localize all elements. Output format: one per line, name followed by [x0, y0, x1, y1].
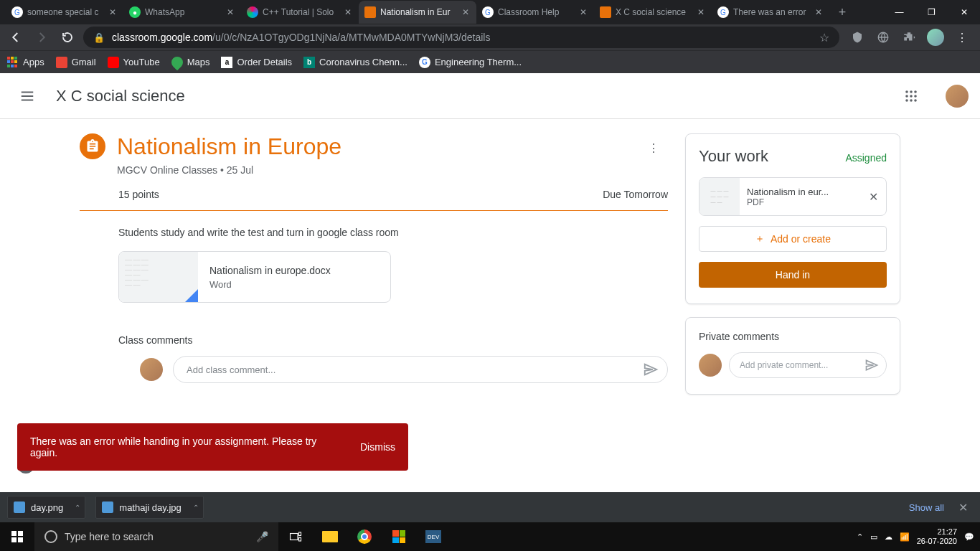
- reload-button[interactable]: [57, 27, 77, 47]
- private-comment-field[interactable]: [740, 360, 864, 370]
- sidebar-column: Your work Assigned — — —— — —— — Nationa…: [685, 133, 900, 395]
- shield-icon[interactable]: [849, 29, 865, 45]
- system-tray[interactable]: ⌃ ▭ ☁ 📶 21:2726-07-2020 💬: [857, 527, 980, 546]
- chrome-icon[interactable]: [347, 522, 382, 551]
- profile-avatar[interactable]: [927, 29, 944, 46]
- gmail-bookmark[interactable]: Gmail: [56, 57, 96, 68]
- class-name[interactable]: X C social science: [56, 87, 185, 105]
- attachment-name: Nationalism in eur...: [747, 187, 853, 197]
- cloud-icon[interactable]: ☁: [885, 532, 892, 542]
- svg-rect-12: [11, 537, 17, 542]
- show-all-downloads[interactable]: Show all: [909, 502, 944, 513]
- error-toast: There was an error while handing in your…: [17, 423, 408, 471]
- close-window-button[interactable]: ✕: [948, 0, 980, 24]
- dev-icon[interactable]: DEV: [416, 522, 451, 551]
- favicon: [600, 6, 611, 18]
- tab-strip: Gsomeone special c✕ ●WhatsApp✕ C++ Tutor…: [0, 0, 980, 24]
- chevron-up-icon[interactable]: ⌃: [193, 504, 199, 512]
- eng-bookmark[interactable]: GEngineering Therm...: [419, 57, 522, 68]
- address-bar[interactable]: 🔒 classroom.google.com/u/0/c/NzA1OTgyODg…: [83, 27, 839, 48]
- close-icon[interactable]: ✕: [343, 7, 353, 17]
- work-attachment[interactable]: — — —— — —— — Nationalism in eur... PDF …: [699, 177, 887, 216]
- favicon: G: [11, 6, 23, 18]
- youtube-bookmark[interactable]: YouTube: [108, 57, 160, 68]
- more-options-button[interactable]: ⋮: [639, 133, 668, 162]
- tab-2[interactable]: C++ Tutorial | Solo✕: [241, 1, 359, 24]
- notifications-icon[interactable]: 💬: [964, 532, 974, 542]
- tab-5[interactable]: X C social science✕: [594, 1, 712, 24]
- wifi-icon[interactable]: 📶: [900, 532, 910, 542]
- star-icon[interactable]: ☆: [819, 31, 829, 44]
- svg-point-1: [905, 90, 908, 93]
- download-item-0[interactable]: day.png⌃: [7, 496, 85, 519]
- maximize-button[interactable]: ❐: [915, 0, 948, 24]
- tab-3[interactable]: Nationalism in Eur✕: [359, 1, 476, 24]
- apps-bookmark[interactable]: Apps: [7, 57, 44, 68]
- tab-6[interactable]: GThere was an error✕: [712, 1, 829, 24]
- lock-icon: 🔒: [93, 32, 105, 43]
- corona-bookmark[interactable]: bCoronavirus Chenn...: [303, 57, 407, 68]
- due-label: Due Tomorrow: [603, 189, 668, 200]
- explorer-icon[interactable]: [313, 522, 347, 551]
- order-bookmark[interactable]: aOrder Details: [221, 57, 292, 68]
- tab-1[interactable]: ●WhatsApp✕: [123, 1, 241, 24]
- close-shelf-button[interactable]: ✕: [953, 501, 973, 514]
- cortana-icon: [44, 530, 57, 543]
- tab-4[interactable]: GClassroom Help✕: [476, 1, 594, 24]
- menu-icon[interactable]: ⋮: [954, 29, 970, 45]
- hand-in-button[interactable]: Hand in: [699, 262, 887, 288]
- clock[interactable]: 21:2726-07-2020: [917, 527, 957, 546]
- close-icon[interactable]: ✕: [225, 7, 235, 17]
- svg-rect-15: [299, 532, 301, 536]
- plus-icon: ＋: [755, 232, 765, 245]
- class-comment-input[interactable]: [173, 356, 668, 383]
- task-view-button[interactable]: [278, 522, 313, 551]
- comment-field[interactable]: [187, 364, 643, 375]
- svg-point-2: [910, 90, 913, 93]
- dismiss-button[interactable]: Dismiss: [360, 441, 395, 453]
- close-icon[interactable]: ✕: [108, 7, 118, 17]
- attachment-thumbnail: — — —— — —— —: [699, 178, 740, 215]
- menu-button[interactable]: [11, 80, 43, 112]
- account-avatar[interactable]: [946, 85, 969, 108]
- back-button[interactable]: [6, 27, 26, 47]
- close-icon[interactable]: ✕: [461, 7, 471, 17]
- private-comment-input[interactable]: [729, 352, 887, 378]
- extensions-icon[interactable]: [901, 29, 917, 45]
- svg-rect-14: [291, 534, 298, 540]
- favicon: G: [717, 6, 729, 18]
- toast-message: There was an error while handing in your…: [30, 435, 360, 458]
- svg-point-5: [910, 95, 913, 98]
- chevron-up-icon[interactable]: ⌃: [75, 504, 80, 512]
- svg-point-9: [914, 99, 917, 102]
- store-icon[interactable]: [382, 522, 416, 551]
- minimize-button[interactable]: ―: [883, 0, 915, 24]
- tab-0[interactable]: Gsomeone special c✕: [6, 1, 123, 24]
- new-tab-button[interactable]: +: [832, 2, 852, 22]
- chevron-up-icon[interactable]: ⌃: [857, 532, 863, 542]
- assignment-header: Nationalism in Europe MGCV Online Classe…: [80, 133, 668, 176]
- material-attachment[interactable]: —— —— ———— —— ———— —— ———— ———— —— ———— …: [118, 251, 391, 303]
- svg-rect-11: [18, 531, 23, 536]
- remove-attachment-button[interactable]: ✕: [860, 190, 886, 204]
- forward-button[interactable]: [32, 27, 52, 47]
- svg-point-8: [910, 99, 913, 102]
- battery-icon[interactable]: ▭: [870, 532, 877, 542]
- send-icon[interactable]: [864, 358, 879, 372]
- download-item-1[interactable]: mathaji day.jpg⌃: [95, 496, 203, 519]
- start-button[interactable]: [0, 522, 34, 551]
- add-or-create-button[interactable]: ＋Add or create: [699, 226, 887, 252]
- google-apps-button[interactable]: [897, 82, 925, 110]
- download-shelf: day.png⌃ mathaji day.jpg⌃ Show all ✕: [0, 492, 980, 522]
- maps-bookmark[interactable]: Maps: [171, 57, 210, 68]
- mic-icon[interactable]: 🎤: [256, 531, 268, 542]
- close-icon[interactable]: ✕: [578, 7, 588, 17]
- close-icon[interactable]: ✕: [696, 7, 706, 17]
- svg-rect-10: [11, 531, 17, 536]
- taskbar-search[interactable]: Type here to search🎤: [34, 522, 278, 551]
- send-icon[interactable]: [643, 362, 659, 377]
- work-status: Assigned: [845, 152, 887, 164]
- close-icon[interactable]: ✕: [814, 7, 824, 17]
- material-name: Nationalism in europe.docx: [209, 265, 331, 276]
- globe-icon[interactable]: [875, 29, 891, 45]
